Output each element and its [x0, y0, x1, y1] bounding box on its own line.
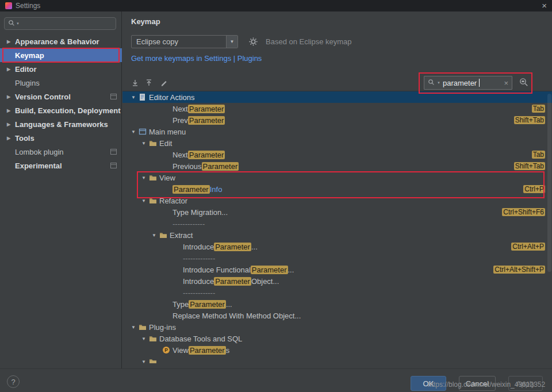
sidebar-item-label: Version Control — [15, 93, 71, 101]
shortcut-badge: Ctrl+Shift+F6 — [502, 208, 545, 216]
chevron-down-icon[interactable]: ▼ — [141, 359, 149, 364]
search-match-text: Parameter — [189, 346, 226, 355]
sidebar-item-label: Tools — [15, 134, 34, 143]
search-match-text: Parameter — [214, 243, 251, 251]
chevron-down-icon[interactable]: ▼ — [131, 325, 139, 330]
shortcut-badge: Shift+Tab — [514, 116, 545, 124]
clear-search-icon[interactable]: × — [504, 79, 508, 87]
action-label-text: Edit — [159, 139, 172, 148]
dialog-footer: ? OK Cancel Apply https://blog.csdn.net/… — [0, 368, 552, 392]
settings-search-box[interactable]: ▼ — [4, 17, 116, 30]
keymap-row-refactor[interactable]: ▼Refactor — [122, 195, 552, 206]
shortcut-badge: Ctrl+P — [523, 185, 545, 193]
collapse-all-icon[interactable] — [143, 77, 155, 89]
sidebar-item-label: Languages & Frameworks — [15, 120, 108, 129]
action-label-text: Type Migration... — [172, 208, 228, 217]
sidebar-item-experimental[interactable]: Experimental — [0, 159, 122, 172]
action-search-field[interactable]: ▼ parameter × — [424, 76, 512, 90]
chevron-right-icon[interactable]: ▶ — [7, 67, 15, 72]
separator-dashes: ------------- — [183, 289, 215, 297]
action-label-text: Next — [172, 105, 188, 113]
chevron-right-icon[interactable]: ▶ — [7, 108, 15, 113]
keymap-row-type-parameter[interactable]: Type Parameter... — [122, 298, 552, 310]
keymap-row-extract[interactable]: ▼Extract — [122, 229, 552, 241]
help-button[interactable]: ? — [7, 375, 20, 388]
sidebar-item-label: Keymap — [15, 51, 44, 60]
chevron-down-icon[interactable]: ▼ — [141, 198, 149, 203]
get-more-keymaps-link[interactable]: Get more keymaps in Settings | Plugins — [131, 54, 262, 63]
search-icon — [8, 20, 15, 28]
sidebar-item-build-execution-deployment[interactable]: ▶Build, Execution, Deployment — [0, 103, 122, 117]
shortcut-badge: Ctrl+Alt+P — [511, 243, 545, 251]
window-title: Settings — [16, 2, 40, 10]
search-match-text: Parameter — [188, 105, 225, 113]
keymap-row-parameter-info[interactable]: Parameter InfoCtrl+P — [122, 183, 552, 195]
chevron-down-icon[interactable]: ▼ — [141, 336, 149, 341]
chevron-down-icon[interactable]: ▼ — [152, 233, 159, 238]
action-label-text: Type — [172, 300, 189, 309]
keymap-row-introduce-functional-parameter[interactable]: Introduce Functional Parameter...Ctrl+Al… — [122, 264, 552, 275]
based-on-label: Based on Eclipse keymap — [266, 37, 352, 46]
keymap-row-replace-method-with-method-object[interactable]: Replace Method With Method Object... — [122, 310, 552, 321]
keymap-row-introduce-parameter-object[interactable]: Introduce Parameter Object... — [122, 275, 552, 287]
settings-search-input[interactable] — [21, 20, 112, 28]
chevron-right-icon[interactable]: ▶ — [7, 136, 15, 141]
vertical-scrollbar[interactable] — [547, 94, 551, 272]
sidebar-item-appearance-behavior[interactable]: ▶Appearance & Behavior — [0, 34, 122, 48]
expand-all-icon[interactable] — [129, 77, 141, 89]
chevron-down-icon[interactable]: ▼ — [226, 36, 237, 48]
action-label-text: Plug-ins — [149, 323, 176, 332]
find-by-shortcut-icon[interactable] — [519, 77, 529, 87]
sidebar-item-version-control[interactable]: ▶Version Control — [0, 90, 122, 103]
keymap-separator-row: ------------- — [122, 218, 552, 229]
action-label-text: Database Tools and SQL — [159, 335, 242, 343]
sidebar-item-plugins[interactable]: Plugins — [0, 76, 122, 90]
keymap-row-plug-ins[interactable]: ▼Plug-ins — [122, 321, 552, 333]
keymap-scheme-select[interactable]: Eclipse copy ▼ — [131, 35, 238, 48]
keymap-row-clipped[interactable]: ▼ — [122, 356, 552, 363]
keymap-row-editor-actions[interactable]: ▼Editor Actions — [122, 91, 552, 103]
keymap-row-next-parameter[interactable]: Next ParameterTab — [122, 103, 552, 114]
keymap-row-prev-parameter[interactable]: Prev ParameterShift+Tab — [122, 114, 552, 126]
search-match-text: Parameter — [251, 266, 288, 274]
action-label-text: Introduce — [183, 277, 214, 286]
search-match-text: Parameter — [188, 116, 225, 125]
chevron-right-icon[interactable]: ▶ — [7, 122, 15, 127]
chevron-right-icon[interactable]: ▶ — [7, 39, 15, 44]
keymap-row-introduce-parameter[interactable]: Introduce Parameter...Ctrl+Alt+P — [122, 241, 552, 252]
keymap-tree: ▼Editor ActionsNext ParameterTabPrev Par… — [122, 91, 552, 363]
keymap-row-type-migration[interactable]: Type Migration...Ctrl+Shift+F6 — [122, 206, 552, 218]
configurable-badge-icon — [110, 149, 117, 155]
sidebar-item-label: Editor — [15, 65, 37, 74]
chevron-right-icon[interactable]: ▶ — [7, 94, 15, 99]
edit-shortcut-pencil-icon[interactable] — [158, 77, 170, 89]
keymap-row-database-tools-and-sql[interactable]: ▼Database Tools and SQL — [122, 333, 552, 344]
action-label-text: View — [159, 174, 175, 182]
keymap-row-edit[interactable]: ▼Edit — [122, 137, 552, 149]
action-label-text: Info — [210, 185, 223, 194]
keymap-row-main-menu[interactable]: ▼Main menu — [122, 126, 552, 137]
chevron-down-icon[interactable]: ▼ — [131, 129, 139, 134]
search-history-caret-icon[interactable]: ▼ — [16, 22, 20, 25]
chevron-down-icon[interactable]: ▼ — [131, 95, 139, 100]
chevron-down-icon[interactable]: ▼ — [141, 175, 149, 180]
sidebar-item-lombok-plugin[interactable]: Lombok plugin — [0, 145, 122, 159]
sidebar-item-tools[interactable]: ▶Tools — [0, 131, 122, 145]
action-label-text: s — [226, 346, 230, 355]
folder-icon — [149, 197, 159, 204]
sidebar-item-languages-frameworks[interactable]: ▶Languages & Frameworks — [0, 117, 122, 131]
chevron-down-icon[interactable]: ▼ — [141, 141, 149, 146]
configurable-badge-icon — [110, 94, 117, 99]
sidebar-item-keymap[interactable]: Keymap — [0, 48, 122, 62]
close-icon[interactable]: × — [542, 2, 547, 10]
keymap-row-view-parameters[interactable]: PView Parameters — [122, 344, 552, 356]
action-label-text: Extract — [170, 231, 193, 240]
keymap-row-next-parameter[interactable]: Next ParameterTab — [122, 149, 552, 160]
gear-icon[interactable] — [248, 37, 258, 47]
sidebar-item-label: Plugins — [15, 79, 40, 87]
sidebar-item-editor[interactable]: ▶Editor — [0, 62, 122, 76]
keymap-row-view[interactable]: ▼View — [122, 172, 552, 183]
search-match-text: Parameter — [202, 162, 239, 171]
search-history-caret-icon[interactable]: ▼ — [437, 81, 440, 84]
keymap-row-previous-parameter[interactable]: Previous ParameterShift+Tab — [122, 160, 552, 172]
